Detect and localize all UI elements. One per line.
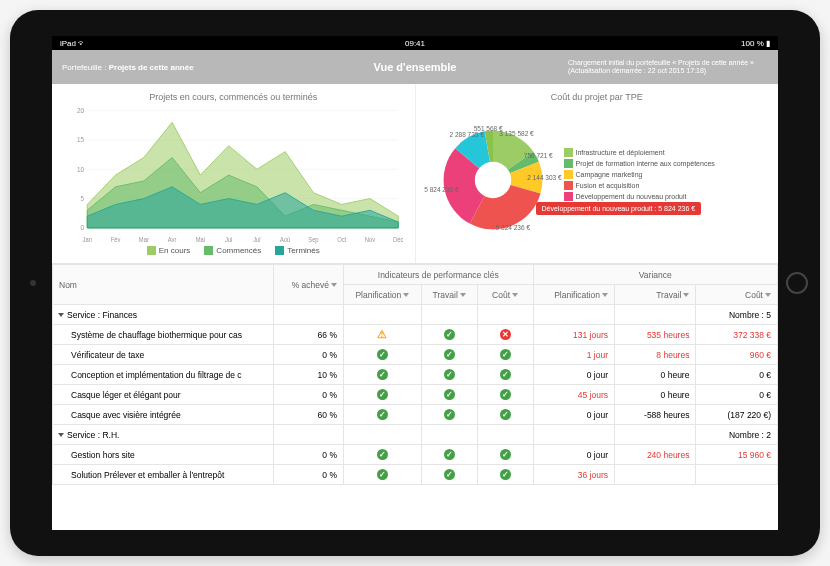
area-chart-panel: Projets en cours, commencés ou terminés … [52, 84, 415, 263]
table-row[interactable]: Casque léger et élégant pour0 %✓✓✓45 jou… [53, 385, 778, 405]
home-button[interactable] [786, 272, 808, 294]
check-icon: ✓ [444, 449, 455, 460]
col-pct[interactable]: % achevé [274, 265, 344, 305]
table-group-row[interactable]: Service : R.H.Nombre : 2 [53, 425, 778, 445]
svg-text:Mar: Mar [139, 236, 149, 242]
check-icon: ✓ [377, 389, 388, 400]
svg-text:20: 20 [77, 107, 84, 114]
col-var[interactable]: Coût [696, 285, 778, 305]
legend-item[interactable]: Infrastructure et déploiement [564, 148, 715, 157]
load-status: Chargement initial du portefeuille « Pro… [568, 59, 768, 76]
check-icon: ✓ [500, 349, 511, 360]
check-icon: ✓ [377, 469, 388, 480]
check-icon: ✓ [500, 409, 511, 420]
expand-icon[interactable] [58, 313, 64, 317]
warning-icon: ⚠ [377, 329, 388, 340]
col-kpi[interactable]: Travail [421, 285, 477, 305]
svg-text:0: 0 [81, 224, 85, 231]
chevron-down-icon [331, 283, 337, 287]
svg-text:Mai: Mai [196, 236, 205, 242]
table-row[interactable]: Solution Prélever et emballer à l'entrep… [53, 465, 778, 485]
legend-item[interactable]: Projet de formation interne aux compéten… [564, 159, 715, 168]
battery-label: 100 % [741, 39, 764, 48]
tablet-frame: iPad ᯤ 09:41 100 % ▮ Portefeuille : Proj… [10, 10, 820, 556]
pie-tooltip: Développement du nouveau produit : 5 824… [536, 202, 702, 215]
col-kpi[interactable]: Planification [343, 285, 421, 305]
area-chart-title: Projets en cours, commencés ou terminés [64, 92, 403, 102]
wifi-icon: ᯤ [78, 39, 86, 48]
check-icon: ✓ [444, 409, 455, 420]
check-icon: ✓ [377, 409, 388, 420]
pie-chart-panel: Coût du projet par TPE 3 135 582 €756 72… [415, 84, 779, 263]
breadcrumb[interactable]: Portefeuille : Projets de cette année [62, 63, 282, 72]
check-icon: ✓ [444, 369, 455, 380]
col-group-var: Variance [533, 265, 778, 285]
pie-chart-title: Coût du projet par TPE [428, 92, 767, 102]
expand-icon[interactable] [58, 433, 64, 437]
check-icon: ✓ [500, 449, 511, 460]
app-bar: Portefeuille : Projets de cette année Vu… [52, 50, 778, 84]
check-icon: ✓ [377, 449, 388, 460]
svg-text:Oct: Oct [337, 236, 346, 242]
legend-item[interactable]: Terminés [275, 246, 319, 255]
svg-text:Déc: Déc [393, 236, 402, 242]
table-row[interactable]: Gestion hors site0 %✓✓✓0 jour240 heures1… [53, 445, 778, 465]
svg-point-22 [474, 161, 510, 197]
charts-row: Projets en cours, commencés ou terminés … [52, 84, 778, 264]
check-icon: ✓ [500, 469, 511, 480]
svg-text:15: 15 [77, 136, 84, 143]
check-icon: ✓ [500, 369, 511, 380]
svg-text:Nov: Nov [365, 236, 376, 242]
col-group-kpi: Indicateurs de performance clés [343, 265, 533, 285]
legend-item[interactable]: Fusion et acquisition [564, 181, 715, 190]
screen: iPad ᯤ 09:41 100 % ▮ Portefeuille : Proj… [52, 36, 778, 530]
table-row[interactable]: Conception et implémentation du filtrage… [53, 365, 778, 385]
legend-item[interactable]: Commencés [204, 246, 261, 255]
table-row[interactable]: Vérificateur de taxe0 %✓✓✓1 jour8 heures… [53, 345, 778, 365]
check-icon: ✓ [444, 329, 455, 340]
check-icon: ✓ [500, 389, 511, 400]
clock: 09:41 [405, 39, 425, 48]
check-icon: ✓ [444, 469, 455, 480]
legend-item[interactable]: Campagne marketing [564, 170, 715, 179]
svg-text:Jul: Jul [253, 236, 260, 242]
page-title: Vue d'ensemble [374, 61, 457, 73]
status-bar: iPad ᯤ 09:41 100 % ▮ [52, 36, 778, 50]
check-icon: ✓ [444, 349, 455, 360]
area-chart[interactable]: 05101520JanFévMarAvrMaiJuiJulAoûSepOctNo… [64, 106, 403, 244]
col-var[interactable]: Planification [533, 285, 614, 305]
breadcrumb-label: Portefeuille : [62, 63, 106, 72]
projects-table: Nom % achevé Indicateurs de performance … [52, 264, 778, 485]
check-icon: ✓ [444, 389, 455, 400]
svg-text:Jan: Jan [83, 236, 92, 242]
svg-text:Fév: Fév [111, 236, 122, 242]
table-row[interactable]: Système de chauffage biothermique pour c… [53, 325, 778, 345]
error-icon: ✕ [500, 329, 511, 340]
battery-icon: ▮ [766, 39, 770, 48]
table-group-row[interactable]: Service : FinancesNombre : 5 [53, 305, 778, 325]
camera-dot [30, 280, 36, 286]
svg-text:5: 5 [81, 195, 85, 202]
area-chart-legend: En coursCommencésTerminés [64, 246, 403, 255]
legend-item[interactable]: En cours [147, 246, 191, 255]
svg-text:10: 10 [77, 165, 84, 172]
col-var[interactable]: Travail [614, 285, 695, 305]
legend-item[interactable]: Développement du nouveau produit [564, 192, 715, 201]
col-nom[interactable]: Nom [53, 265, 274, 305]
breadcrumb-value: Projets de cette année [109, 63, 194, 72]
check-icon: ✓ [377, 349, 388, 360]
svg-text:Avr: Avr [168, 236, 177, 242]
svg-text:Jui: Jui [225, 236, 232, 242]
projects-table-wrap: Nom % achevé Indicateurs de performance … [52, 264, 778, 530]
svg-text:Aoû: Aoû [280, 236, 290, 242]
carrier-label: iPad [60, 39, 76, 48]
check-icon: ✓ [377, 369, 388, 380]
svg-text:Sep: Sep [308, 236, 319, 242]
col-kpi[interactable]: Coût [477, 285, 533, 305]
table-row[interactable]: Casque avec visière intégrée60 %✓✓✓0 jou… [53, 405, 778, 425]
